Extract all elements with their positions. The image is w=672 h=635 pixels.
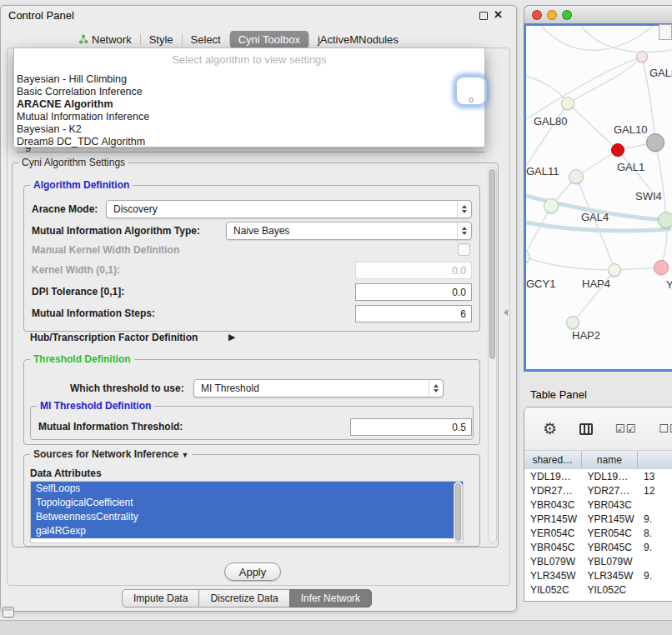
algorithm-options-list: Bayesian - Hill ClimbingBasic Correlatio… [14,73,484,148]
deselect-all-icon[interactable]: ☐☐ [659,422,672,435]
network-icon [78,34,88,44]
panel-collapse-arrow[interactable] [504,309,508,316]
network-node[interactable] [544,198,559,213]
combo-arrows-icon [457,222,471,239]
tab-network[interactable]: Network [70,31,140,48]
float-window-icon[interactable] [479,12,488,20]
algorithm-option[interactable]: ARACNE Algorithm [14,98,484,111]
expand-arrow-icon[interactable]: ▶ [228,332,235,342]
dpi-tolerance-input[interactable]: 0.0 [355,283,472,301]
column-header[interactable]: shared… [524,451,582,469]
mi-algorithm-type-select[interactable]: Naive Bayes [226,222,472,240]
table-cell: YPR145W [524,513,582,525]
bottom-tab-discretize-data[interactable]: Discretize Data [198,589,289,608]
algorithm-option[interactable]: Bayesian - Hill Climbing [14,73,484,86]
settings-scrollbar[interactable] [488,167,497,543]
data-attribute-item[interactable]: SelfLoops [31,482,463,496]
attributes-scrollbar-thumb[interactable] [455,483,461,541]
network-canvas[interactable]: GAL8GAL80GAL10GAL11GAL1SWI4GAL4GCY1HAP4Y… [526,26,672,369]
table-row[interactable]: YDR27…YDR27…12 [524,483,672,498]
zoom-traffic-light[interactable] [562,10,572,20]
close-icon[interactable]: ✕ [494,8,503,21]
minimize-traffic-light[interactable] [547,10,557,20]
collapse-arrow-icon: ▼ [181,451,188,459]
network-node[interactable] [654,260,669,275]
sources-group-title[interactable]: Sources for Network Inference ▼ [30,448,192,460]
data-attributes-list[interactable]: SelfLoopsTopologicalCoefficientBetweenne… [30,481,464,543]
table-row[interactable]: YPR145WYPR145W9. [524,512,672,526]
table-row[interactable]: YDL19…YDL19…13 [524,469,672,483]
table-cell: YBL079W [582,556,639,568]
network-node[interactable] [569,169,584,184]
network-node[interactable] [561,97,574,110]
control-panel-tabs: NetworkStyleSelectCyni ToolboxjActiveMNo… [70,30,407,48]
close-traffic-light[interactable] [532,10,542,20]
kernel-width-input[interactable]: 0.0 [355,262,472,279]
node-label: SWI4 [635,190,662,202]
algorithm-option[interactable]: Basic Correlation Inference [14,86,484,98]
table-cell: YDL19… [524,471,582,482]
table-row[interactable]: YBR043CYBR043C [524,498,672,512]
mi-threshold-input[interactable]: 0.5 [350,418,472,436]
network-node[interactable] [646,133,664,152]
network-node[interactable] [566,316,579,329]
tab-label: jActiveMNodules [318,31,399,48]
tab-cyni-toolbox[interactable]: Cyni Toolbox [230,31,308,48]
obscured-groupbox-border [17,152,485,152]
table-cell: YPR145W [582,513,639,525]
bottom-tabs: Impute DataDiscretize DataInfer Network [122,589,372,608]
table-row[interactable]: YBR045CYBR045C9. [524,540,672,554]
table-cell: 12 [638,485,672,497]
column-header[interactable]: name [582,451,639,469]
network-node[interactable] [611,143,624,157]
algorithm-option[interactable]: Dream8 DC_TDC Algorithm [14,136,484,148]
bottom-tab-impute-data[interactable]: Impute Data [122,589,199,608]
docked-panel-icon[interactable] [3,607,14,618]
attributes-scrollbar[interactable] [454,482,463,542]
apply-button[interactable]: Apply [224,562,281,581]
data-attribute-item[interactable]: BetweennessCentrality [31,510,463,524]
data-attribute-item[interactable]: gal4RGexp [31,524,463,538]
dpi-tolerance-label: DPI Tolerance [0,1]: [32,286,124,298]
mi-type-value: Naive Bayes [227,225,457,237]
data-attribute-item[interactable]: TopologicalCoefficient [31,496,463,510]
column-header[interactable] [638,451,672,469]
tab-style[interactable]: Style [141,31,182,48]
settings-scrollbar-thumb[interactable] [489,169,495,359]
table-cell: 9. [638,542,672,553]
table-row[interactable]: YER054CYER054C8. [524,526,672,540]
threshold-type-select[interactable]: MI Threshold [193,379,444,398]
aracne-mode-select[interactable]: Discovery [106,200,472,218]
bottom-tab-infer-network[interactable]: Infer Network [289,589,372,608]
control-panel-title: Control Panel [8,9,74,22]
network-node[interactable] [608,263,621,277]
table-cell: YLR345W [524,570,582,582]
node-label: HAP4 [582,278,610,290]
focused-control-fragment[interactable]: o [455,76,487,106]
table-row[interactable]: YLR345WYLR345W9. [524,568,672,582]
manual-kernel-width-checkbox[interactable] [458,243,470,256]
algorithm-option[interactable]: Bayesian - K2 [14,123,484,136]
settings-group-title: Cyni Algorithm Settings [18,157,128,168]
algorithm-option[interactable]: Mutual Information Inference [14,111,484,123]
table-cell: YDR27… [582,485,639,497]
table-cell: YBR045C [582,542,639,553]
network-node[interactable] [658,212,672,228]
network-node[interactable] [636,51,648,62]
aracne-mode-value: Discovery [107,203,457,215]
tab-select[interactable]: Select [183,31,229,48]
node-label: GAL1 [617,161,644,173]
hub-definition-label: Hub/Transcription Factor Definition [30,332,198,343]
select-all-icon[interactable]: ☑☑ [615,422,636,435]
table-row[interactable]: YIL052CYIL052C [524,582,672,597]
network-window-titlebar[interactable] [524,5,672,23]
table-toolbar: ⚙ ☑☑ ☐☐ [524,408,672,451]
node-label: HAP2 [572,329,600,342]
tab-label: Style [149,31,173,48]
gear-icon[interactable]: ⚙ [543,421,557,438]
mi-steps-input[interactable]: 6 [355,305,472,322]
show-columns-icon[interactable] [579,423,593,435]
tab-jactivemnodules[interactable]: jActiveMNodules [309,31,407,48]
table-row[interactable]: YBL079WYBL079W [524,554,672,568]
table-cell: YIL052C [582,584,639,596]
